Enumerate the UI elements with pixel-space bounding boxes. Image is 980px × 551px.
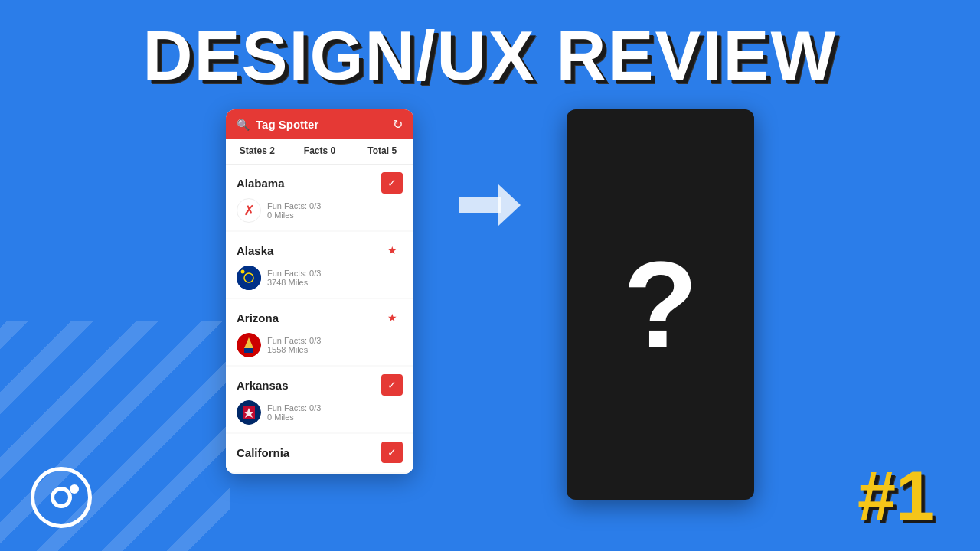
mystery-question-mark: ? xyxy=(623,243,698,366)
arrow-right-icon xyxy=(459,186,521,224)
fun-facts: Fun Facts: 0/3 xyxy=(267,201,321,210)
ionic-inner-circle xyxy=(51,487,72,508)
tab-states[interactable]: States 2 xyxy=(226,139,289,164)
state-name-row: Alabama ✓ xyxy=(237,172,403,194)
svg-point-2 xyxy=(241,270,245,274)
miles: 1558 Miles xyxy=(267,345,321,354)
state-name-row: Alaska ★ xyxy=(237,240,403,261)
state-name-row: Arizona ★ xyxy=(237,307,403,328)
state-flag-alabama: ✗ xyxy=(237,198,261,223)
fun-facts: Fun Facts: 0/3 xyxy=(267,336,321,345)
state-name: Arizona xyxy=(237,311,279,324)
state-details: ✗ Fun Facts: 0/3 0 Miles xyxy=(237,198,403,223)
state-flag-alaska xyxy=(237,266,261,290)
state-info: Fun Facts: 0/3 0 Miles xyxy=(267,403,321,422)
tab-facts[interactable]: Facts 0 xyxy=(289,139,351,164)
state-details: Fun Facts: 0/3 3748 Miles xyxy=(237,266,403,290)
state-name-row: Arkansas ✓ xyxy=(237,374,403,396)
state-details: Fun Facts: 0/3 1558 Miles xyxy=(237,333,403,357)
list-item: Alabama ✓ ✗ Fun Facts: 0/3 0 Miles xyxy=(226,165,413,230)
miles: 0 Miles xyxy=(267,210,321,220)
state-info: Fun Facts: 0/3 0 Miles xyxy=(267,201,321,220)
fun-facts: Fun Facts: 0/3 xyxy=(267,403,321,412)
checkmark-icon: ✓ xyxy=(387,177,397,189)
state-flag-arkansas xyxy=(237,400,261,425)
checkmark-icon: ✓ xyxy=(387,446,397,458)
search-icon: 🔍 xyxy=(237,119,250,131)
state-info: Fun Facts: 0/3 3748 Miles xyxy=(267,269,321,287)
state-list: Alabama ✓ ✗ Fun Facts: 0/3 0 Miles xyxy=(226,165,413,474)
favorite-button[interactable]: ★ xyxy=(381,240,403,261)
favorite-button[interactable]: ★ xyxy=(381,307,403,328)
state-name: Alabama xyxy=(237,177,285,190)
ionic-dot xyxy=(70,484,79,494)
miles: 3748 Miles xyxy=(267,278,321,287)
state-flag-arizona xyxy=(237,333,261,357)
state-name: Arkansas xyxy=(237,379,289,392)
page-title: DESIGN/UX REVIEW xyxy=(0,0,980,109)
state-name: California xyxy=(237,446,289,459)
error-icon: ✗ xyxy=(243,202,255,219)
list-item: Alaska ★ Fun Facts: 0/3 xyxy=(226,232,413,298)
tab-total[interactable]: Total 5 xyxy=(351,139,413,164)
app-header: 🔍 Tag Spotter ↻ xyxy=(226,109,413,139)
state-name-row: California ✓ xyxy=(237,442,403,463)
favorite-button[interactable]: ✓ xyxy=(381,172,403,194)
favorite-button[interactable]: ✓ xyxy=(381,374,403,396)
arrow-container xyxy=(459,109,521,224)
phone-mockup-before: 🔍 Tag Spotter ↻ States 2 Facts 0 Total 5… xyxy=(226,109,413,474)
svg-point-0 xyxy=(237,266,261,290)
fun-facts: Fun Facts: 0/3 xyxy=(267,269,321,278)
ionic-logo xyxy=(31,467,92,528)
favorite-button[interactable]: ✓ xyxy=(381,442,403,463)
ionic-outer-ring xyxy=(31,467,92,528)
state-details: Fun Facts: 0/3 0 Miles xyxy=(237,400,403,425)
refresh-icon[interactable]: ↻ xyxy=(393,117,403,132)
tabs-bar: States 2 Facts 0 Total 5 xyxy=(226,139,413,165)
phone-mockup-after: ? xyxy=(567,109,754,500)
list-item: Arkansas ✓ Fun Facts: 0/3 xyxy=(226,367,413,432)
state-info: Fun Facts: 0/3 1558 Miles xyxy=(267,336,321,354)
checkmark-icon: ✓ xyxy=(387,379,397,391)
state-name: Alaska xyxy=(237,244,273,257)
svg-rect-5 xyxy=(244,348,253,353)
app-name: Tag Spotter xyxy=(256,118,318,131)
number-badge: #1 xyxy=(858,457,934,536)
star-icon: ★ xyxy=(387,244,397,256)
app-header-left: 🔍 Tag Spotter xyxy=(237,118,318,131)
list-item: Arizona ★ Fun Facts: 0/3 xyxy=(226,299,413,365)
star-icon: ★ xyxy=(387,311,397,324)
miles: 0 Miles xyxy=(267,412,321,422)
list-item: California ✓ xyxy=(226,434,413,472)
